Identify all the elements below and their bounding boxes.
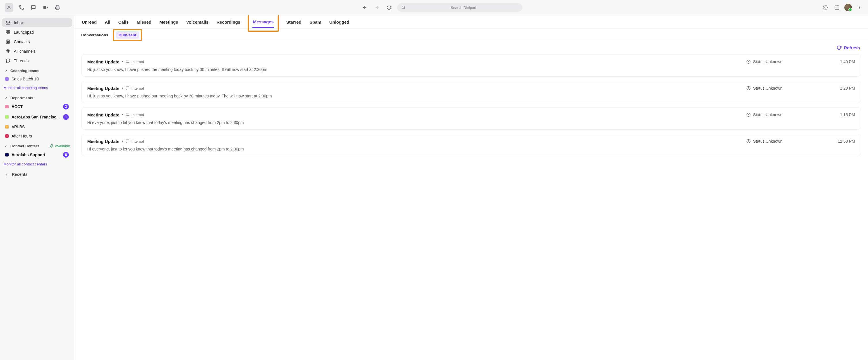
tab-unread[interactable]: Unread	[81, 16, 97, 28]
card-time: 1:15 PM	[834, 112, 855, 117]
message-card[interactable]: Meeting Update • Internal Status Unknown	[81, 54, 861, 77]
tab-recordings[interactable]: Recordings	[216, 16, 241, 28]
subtab-bulk-sent[interactable]: Bulk-sent	[116, 31, 140, 38]
inbox-icon	[5, 20, 10, 25]
card-title: Meeting Update	[87, 139, 120, 144]
section-header-label: Coaching teams	[10, 68, 39, 73]
search-box[interactable]	[397, 3, 522, 12]
search-input[interactable]	[409, 5, 518, 10]
status-text: Status Unknown	[753, 139, 782, 143]
sidebar-item-all-channels[interactable]: All channels	[2, 47, 72, 56]
tab-missed[interactable]: Missed	[136, 16, 152, 28]
topbar	[0, 0, 868, 15]
refresh-label: Refresh	[844, 45, 860, 50]
svg-rect-1	[57, 8, 59, 10]
sidebar-item-label: All channels	[14, 49, 36, 54]
color-swatch	[5, 125, 9, 129]
section-contact-centers[interactable]: Contact Centers Available	[2, 141, 72, 150]
avatar[interactable]	[844, 4, 852, 11]
monitor-contact-centers-link[interactable]: Monitor all contact centers	[2, 160, 72, 169]
svg-point-5	[859, 6, 860, 6]
sidebar-item-recents[interactable]: Recents	[2, 169, 72, 179]
color-swatch	[5, 105, 9, 108]
color-swatch	[5, 115, 9, 119]
chat-bubble-icon	[126, 60, 130, 64]
svg-rect-11	[6, 33, 7, 34]
clock-icon	[746, 86, 751, 90]
svg-rect-8	[6, 30, 7, 32]
main-content: Unread All Calls Missed Meetings Voicema…	[74, 15, 868, 360]
sidebar-item-contacts[interactable]: Contacts	[2, 37, 72, 46]
sidebar-item-label: Recents	[12, 172, 27, 177]
highlight-bulk-sent-subtab: Bulk-sent	[113, 29, 142, 41]
card-time: 1:20 PM	[834, 86, 855, 90]
card-time: 12:58 PM	[834, 139, 855, 143]
tab-spam[interactable]: Spam	[309, 16, 322, 28]
phone-icon[interactable]	[17, 3, 25, 11]
search-icon	[401, 5, 406, 10]
nav-back-icon[interactable]	[361, 3, 369, 11]
internal-tag: Internal	[126, 139, 144, 143]
sidebar-item-inbox[interactable]: Inbox	[2, 18, 72, 27]
sidebar-item-dept-1[interactable]: AeroLabs San Francisc... 1	[2, 112, 72, 122]
monitor-coaching-link[interactable]: Monitor all coaching teams	[2, 84, 72, 93]
section-header-label: Contact Centers	[10, 144, 39, 148]
chat-bubble-icon	[126, 139, 130, 143]
sidebar-item-dept-2[interactable]: ARLBS	[2, 122, 72, 131]
card-title: Meeting Update	[87, 86, 120, 91]
svg-rect-10	[8, 33, 9, 34]
more-vertical-icon[interactable]	[855, 3, 863, 11]
subtab-conversations[interactable]: Conversations	[81, 33, 108, 37]
chevron-right-icon	[5, 173, 8, 176]
internal-tag: Internal	[126, 113, 144, 117]
card-body: Hi everyone, just to let you know that t…	[87, 120, 855, 125]
tab-messages[interactable]: Messages	[252, 16, 274, 28]
tab-calls[interactable]: Calls	[118, 16, 129, 28]
section-departments[interactable]: Departments	[2, 93, 72, 102]
message-card[interactable]: Meeting Update • Internal Status Unknown	[81, 134, 861, 156]
sidebar-item-launchpad[interactable]: Launchpad	[2, 28, 72, 36]
sidebar-item-label: Threads	[14, 58, 29, 63]
svg-rect-0	[43, 6, 46, 9]
calendar-icon[interactable]	[833, 3, 841, 11]
message-card[interactable]: Meeting Update • Internal Status Unknown	[81, 107, 861, 130]
section-coaching-teams[interactable]: Coaching teams	[2, 66, 72, 75]
available-status[interactable]: Available	[50, 144, 70, 148]
app-logo[interactable]	[5, 3, 13, 12]
sidebar-item-label: Sales Batch 10	[11, 77, 69, 81]
tab-starred[interactable]: Starred	[286, 16, 302, 28]
svg-rect-9	[8, 30, 9, 32]
status-text: Status Unknown	[753, 86, 782, 90]
internal-tag: Internal	[126, 60, 144, 64]
sidebar-item-dept-0[interactable]: ACCT 3	[2, 102, 72, 112]
sidebar-item-coaching-0[interactable]: Sales Batch 10	[2, 75, 72, 83]
hash-icon	[5, 49, 10, 54]
tab-all[interactable]: All	[104, 16, 111, 28]
print-icon[interactable]	[54, 3, 62, 11]
section-header-label: Departments	[10, 96, 33, 100]
chat-icon[interactable]	[29, 3, 37, 11]
sidebar: Inbox Launchpad Contacts All channels	[0, 15, 74, 360]
count-badge: 3	[63, 104, 69, 110]
tab-unlogged[interactable]: Unlogged	[329, 16, 350, 28]
refresh-icon	[837, 45, 841, 50]
card-body: Hi everyone, just to let you know that t…	[87, 147, 855, 151]
internal-tag: Internal	[126, 86, 144, 90]
tab-meetings[interactable]: Meetings	[159, 16, 179, 28]
sidebar-item-cc-0[interactable]: Aerolabs Support 8	[2, 150, 72, 160]
chevron-down-icon	[4, 96, 8, 100]
svg-point-13	[7, 40, 8, 42]
count-badge: 1	[63, 114, 69, 120]
nav-reload-icon[interactable]	[385, 3, 393, 11]
sidebar-item-dept-3[interactable]: After Hours	[2, 132, 72, 140]
sidebar-item-threads[interactable]: Threads	[2, 56, 72, 65]
clock-icon	[746, 112, 751, 117]
tab-voicemails[interactable]: Voicemails	[186, 16, 209, 28]
svg-point-2	[402, 6, 404, 9]
video-icon[interactable]	[41, 3, 50, 11]
message-card[interactable]: Meeting Update • Internal Status Unknown	[81, 81, 861, 103]
settings-icon[interactable]	[822, 3, 829, 11]
chat-bubble-icon	[126, 113, 130, 117]
refresh-button[interactable]: Refresh	[837, 45, 860, 50]
card-title: Meeting Update	[87, 59, 120, 64]
